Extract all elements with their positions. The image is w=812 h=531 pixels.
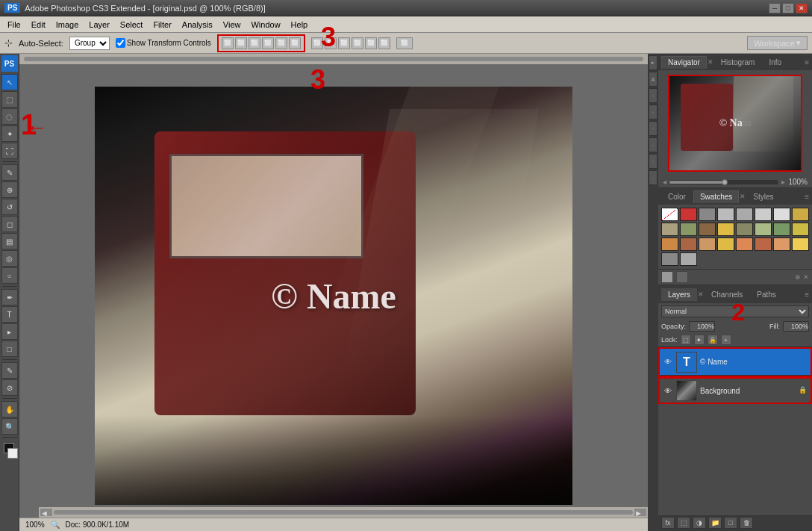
tab-paths[interactable]: Paths [750,288,783,301]
menu-view[interactable]: View [219,19,246,31]
align-center-v-button[interactable]: ⬜ [235,37,247,49]
lock-all-button[interactable]: 🔒 [708,335,718,345]
navigator-close[interactable]: ✕ [708,58,713,66]
shape-tool[interactable]: □ [1,341,18,357]
swatch-tan2[interactable] [773,237,790,251]
autoselect-dropdown[interactable]: Group Layer [69,37,110,50]
dodge-tool[interactable]: ○ [1,267,18,284]
minimize-button[interactable]: ─ [769,3,781,13]
delete-layer-button[interactable]: 🗑 [740,517,753,529]
align-middle-h-button[interactable]: ⬜ [275,37,287,49]
tab-swatches[interactable]: Swatches [693,190,739,203]
zoom-out-icon[interactable]: ◂ [663,178,666,186]
distribute-6-button[interactable]: ⬜ [378,37,390,49]
swatch-yellow2[interactable] [717,223,734,236]
tab-histogram[interactable]: Histogram [714,56,762,69]
horizontal-scrollbar-top[interactable] [19,54,648,64]
layer-item-name[interactable]: 👁 T © Name [660,349,811,376]
horizontal-scrollbar-bottom[interactable]: ◄ ► [39,507,648,518]
scroll-right-btn[interactable]: ► [634,509,646,516]
blur-tool[interactable]: ◎ [1,250,18,267]
fill-input[interactable] [783,321,809,332]
new-layer-button[interactable]: □ [724,517,737,529]
tab-styles[interactable]: Styles [746,190,780,203]
navigator-menu-icon[interactable]: ≡ [805,58,809,66]
zoom-slider[interactable] [669,180,778,184]
swatch-none[interactable] [661,208,678,221]
close-button[interactable]: ✕ [796,3,808,13]
move-tool[interactable]: ↖ [1,74,18,90]
zoom-thumb[interactable] [722,179,728,185]
distribute-4-button[interactable]: ⬜ [352,37,363,49]
swatch-options[interactable]: ⊕ ✕ [795,273,809,281]
swatch-yellow4[interactable] [717,237,734,251]
eyedropper-tool[interactable]: ⊘ [1,379,18,396]
layer-visibility-bg[interactable]: 👁 [663,385,673,396]
swatch-green2[interactable] [773,223,790,236]
auto-align-button[interactable]: ⬜ [396,37,413,49]
lock-position-button[interactable]: ✦ [694,335,705,345]
hand-tool[interactable]: ✋ [1,401,18,417]
swatch-gray4[interactable] [755,208,772,221]
color-menu-icon[interactable]: ≡ [805,193,809,201]
menu-image[interactable]: Image [51,19,84,31]
layers-close[interactable]: ✕ [698,291,704,298]
pen-tool[interactable]: ✒ [1,289,18,305]
menu-layer[interactable]: Layer [84,19,114,31]
swatch-olive2[interactable] [680,223,697,236]
align-left-button[interactable]: ⬜ [222,37,234,49]
workspace-button[interactable]: Workspace ▾ [747,36,808,50]
vert-btn-8[interactable]: · [649,170,658,185]
text-tool[interactable]: T [1,306,18,323]
swatch-gray7[interactable] [680,252,697,266]
vert-btn-7[interactable]: · [649,154,658,169]
new-group-button[interactable]: 📁 [708,517,722,529]
swatch-yellow3[interactable] [792,223,809,236]
align-right-button[interactable]: ⬜ [249,37,260,49]
path-select-tool[interactable]: ▸ [1,323,18,340]
zoom-in-icon[interactable]: ▸ [781,178,785,186]
bg-color-swatch-2[interactable] [676,271,688,283]
healing-tool[interactable]: ✎ [1,164,18,181]
layer-item-background[interactable]: 👁 Background 🔒 [658,377,812,404]
swatch-orange2[interactable] [736,237,753,251]
navigator-preview[interactable]: © Nam [668,75,802,172]
eraser-tool[interactable]: ◻ [1,216,18,232]
styles-close[interactable]: ✕ [740,193,746,200]
fg-color-swatch[interactable] [661,271,673,283]
maximize-button[interactable]: □ [782,3,794,13]
color-box[interactable] [1,443,18,464]
canvas-image[interactable]: © Name [95,87,572,505]
vert-btn-1[interactable]: ▸ [649,55,658,70]
menu-select[interactable]: Select [116,19,148,31]
background-color[interactable] [7,448,18,459]
crop-tool[interactable]: ⛶ [1,143,18,159]
new-adjustment-layer-button[interactable]: ◑ [693,517,706,529]
tab-layers[interactable]: Layers [661,288,697,301]
distribute-3-button[interactable]: ⬜ [338,37,350,49]
menu-window[interactable]: Window [246,19,284,31]
marquee-tool[interactable]: ⬚ [1,91,18,108]
menu-edit[interactable]: Edit [27,19,50,31]
zoom-tool[interactable]: 🔍 [1,418,18,435]
vert-btn-3[interactable]: · [649,88,658,103]
swatch-gray1[interactable] [699,208,716,221]
tab-navigator[interactable]: Navigator [661,56,707,69]
quick-select-tool[interactable]: ✦ [1,125,18,142]
scroll-left-btn[interactable]: ◄ [40,509,52,516]
clone-tool[interactable]: ⊕ [1,181,18,198]
align-bottom-button[interactable]: ⬜ [289,37,301,49]
swatch-orange1[interactable] [661,237,678,251]
vert-btn-4[interactable]: · [649,105,658,119]
swatch-brown1[interactable] [699,223,716,236]
lock-pixels-button[interactable]: ⬚ [681,335,691,345]
swatch-yellow5[interactable] [792,237,809,251]
history-brush[interactable]: ↺ [1,199,18,215]
lock-extra-button[interactable]: + [721,335,731,345]
swatch-olive1[interactable] [661,223,678,236]
swatch-gray2[interactable] [717,208,734,221]
add-layer-style-button[interactable]: fx [661,517,675,529]
swatch-green1[interactable] [755,223,772,236]
lasso-tool[interactable]: ◌ [1,108,18,125]
swatch-brown2[interactable] [680,237,697,251]
